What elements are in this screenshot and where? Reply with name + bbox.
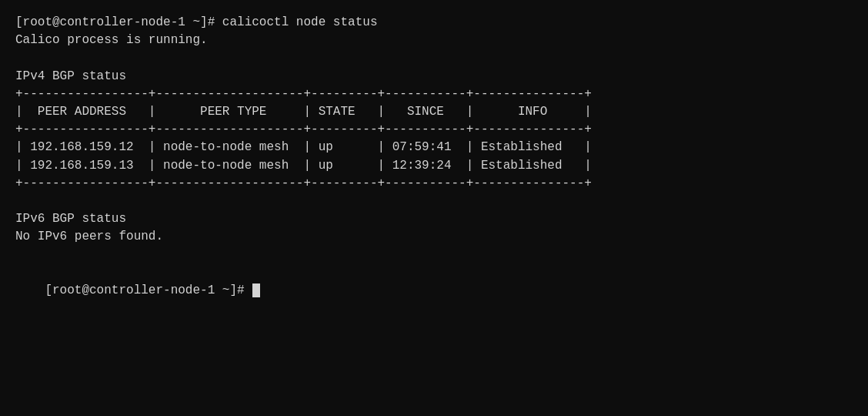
table-data-row-1: | 192.168.159.12 | node-to-node mesh | u… xyxy=(15,139,853,156)
table-bottom-border: +-----------------+--------------------+… xyxy=(15,175,853,193)
terminal-window: [root@controller-node-1 ~]# calicoctl no… xyxy=(15,14,853,317)
command-prompt-2[interactable]: [root@controller-node-1 ~]# xyxy=(15,264,853,318)
command-line-1: [root@controller-node-1 ~]# calicoctl no… xyxy=(15,14,853,32)
no-ipv6-line: No IPv6 peers found. xyxy=(15,228,853,246)
ipv4-header-line: IPv4 BGP status xyxy=(15,68,853,86)
empty-line-2 xyxy=(15,193,853,210)
empty-line-3 xyxy=(15,246,853,263)
empty-line-1 xyxy=(15,49,853,67)
cursor-block xyxy=(252,283,260,297)
ipv6-header-line: IPv6 BGP status xyxy=(15,210,853,228)
calico-status-line: Calico process is running. xyxy=(15,32,853,49)
table-header-row: | PEER ADDRESS | PEER TYPE | STATE | SIN… xyxy=(15,103,853,121)
table-mid-border: +-----------------+--------------------+… xyxy=(15,121,853,139)
table-data-row-2: | 192.168.159.13 | node-to-node mesh | u… xyxy=(15,157,853,175)
prompt-text: [root@controller-node-1 ~]# xyxy=(45,283,252,297)
table-top-border: +-----------------+--------------------+… xyxy=(15,86,853,103)
